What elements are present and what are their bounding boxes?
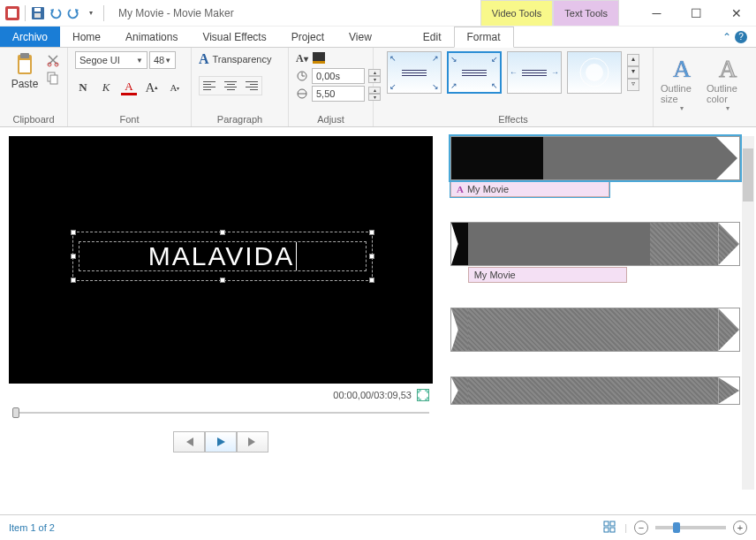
- undo-icon[interactable]: [49, 6, 63, 20]
- group-label-font: Font: [75, 112, 184, 125]
- effect-thumb-1[interactable]: ↖↙ ↗↘: [387, 51, 442, 94]
- group-adjust: A▾ 0,00s ▴▾ 5,50 ▴▾ Adjust: [289, 48, 374, 126]
- help-icon[interactable]: ?: [735, 31, 747, 43]
- effects-scroll-down[interactable]: ▾: [627, 66, 639, 79]
- caption-icon: A: [457, 184, 464, 194]
- svg-rect-12: [313, 52, 325, 61]
- start-time-icon: [296, 69, 308, 84]
- paste-button[interactable]: Paste: [7, 51, 42, 90]
- duration-spinner[interactable]: 5,50: [312, 86, 365, 102]
- scrollbar-thumb[interactable]: [743, 148, 753, 202]
- outline-size-button[interactable]: A Outline size▾: [661, 51, 703, 112]
- outline-color-button[interactable]: A Outline color▾: [707, 51, 749, 112]
- fullscreen-icon[interactable]: [417, 389, 429, 401]
- minimize-button[interactable]: ─: [637, 0, 677, 27]
- prev-frame-button[interactable]: [173, 431, 205, 453]
- tab-view[interactable]: View: [336, 27, 384, 47]
- effects-more[interactable]: ▿: [627, 79, 639, 91]
- font-family-combo[interactable]: Segoe UI▼: [75, 51, 147, 69]
- text-cursor: [296, 242, 297, 270]
- zoom-out-button[interactable]: −: [634, 521, 648, 535]
- group-label-clipboard: Clipboard: [7, 112, 60, 125]
- timeline-clip-3[interactable]: [450, 308, 740, 352]
- zoom-slider[interactable]: [655, 526, 726, 529]
- caption-text-2: My Movie: [474, 270, 516, 280]
- grow-font-button[interactable]: A▴: [144, 80, 160, 95]
- duration-icon: [296, 87, 308, 102]
- italic-button[interactable]: K: [98, 80, 114, 95]
- timeline-clip-1[interactable]: [450, 136, 740, 180]
- clip-block-4: [450, 376, 740, 405]
- background-color-icon[interactable]: [312, 51, 326, 66]
- play-button[interactable]: [205, 431, 237, 453]
- title-bar: ▾ My Movie - Movie Maker Video Tools Tex…: [0, 0, 756, 27]
- collapse-ribbon-icon[interactable]: ⌃: [722, 31, 731, 43]
- copy-icon[interactable]: [46, 71, 60, 85]
- context-tab-text[interactable]: Text Tools: [553, 0, 619, 26]
- transparency-button[interactable]: A Transparency: [199, 51, 271, 67]
- tab-format[interactable]: Format: [454, 27, 514, 48]
- text-box-inner[interactable]: MALAVIDA: [79, 241, 367, 271]
- timecode: 00:00,00/03:09,53: [333, 390, 412, 400]
- cut-icon[interactable]: [46, 53, 60, 67]
- group-label-outline: [661, 112, 749, 125]
- group-effects: ↖↙ ↗↘ ↘↗ ↙↖ ←→ ▴ ▾ ▿: [374, 48, 654, 126]
- seek-thumb[interactable]: [12, 407, 19, 418]
- tab-home[interactable]: Home: [60, 27, 113, 47]
- ribbon-tabs: Archivo Home Animations Visual Effects P…: [0, 27, 756, 48]
- svg-point-16: [586, 64, 603, 81]
- close-button[interactable]: ✕: [716, 0, 756, 27]
- transparency-label: Transparency: [213, 54, 272, 65]
- shrink-font-button[interactable]: A▾: [167, 80, 183, 95]
- effect-thumb-4[interactable]: [567, 51, 622, 94]
- save-icon[interactable]: [31, 6, 45, 20]
- ribbon: Paste Clipboard Segoe UI▼ 48▼ N K A A▴ A…: [0, 48, 756, 127]
- redo-icon[interactable]: [66, 6, 80, 20]
- caption-bar-2[interactable]: My Movie: [468, 267, 627, 283]
- caption-bar-1[interactable]: A My Movie: [450, 181, 609, 197]
- group-clipboard: Paste Clipboard: [0, 48, 68, 126]
- tab-visual-effects[interactable]: Visual Effects: [190, 27, 278, 47]
- qat-dropdown-icon[interactable]: ▾: [84, 6, 98, 20]
- context-tab-video[interactable]: Video Tools: [480, 0, 553, 26]
- edit-text-icon[interactable]: A▾: [296, 52, 308, 65]
- ribbon-help: ⌃ ?: [722, 27, 756, 47]
- timeline-clip-2[interactable]: [450, 222, 740, 266]
- align-center-button[interactable]: [221, 77, 240, 95]
- tab-edit[interactable]: Edit: [411, 27, 454, 47]
- video-preview[interactable]: MALAVIDA: [9, 136, 433, 384]
- bold-button[interactable]: N: [75, 80, 91, 95]
- status-item-count: Item 1 of 2: [9, 522, 55, 533]
- zoom-thumb[interactable]: [673, 522, 680, 533]
- tab-animations[interactable]: Animations: [113, 27, 190, 47]
- tab-file[interactable]: Archivo: [0, 27, 60, 47]
- tab-project[interactable]: Project: [279, 27, 336, 47]
- content-area: MALAVIDA 00:00,00/03:09,53: [0, 127, 756, 514]
- timeline-scrollbar[interactable]: [742, 136, 754, 490]
- start-time-spinner[interactable]: 0,00s: [312, 68, 365, 84]
- seek-slider[interactable]: [12, 410, 429, 415]
- effect-thumb-3[interactable]: ←→: [507, 51, 562, 94]
- font-size-combo[interactable]: 48▼: [149, 51, 176, 69]
- svg-rect-4: [34, 13, 41, 18]
- svg-rect-13: [313, 61, 325, 64]
- align-left-button[interactable]: [200, 77, 219, 95]
- title-text-content[interactable]: MALAVIDA: [148, 241, 295, 271]
- app-icon: [5, 6, 19, 20]
- group-outline: A Outline size▾ A Outline color▾: [654, 48, 756, 126]
- group-font: Segoe UI▼ 48▼ N K A A▴ A▾ Font: [68, 48, 192, 126]
- timeline-clip-4[interactable]: [450, 376, 740, 405]
- svg-rect-1: [8, 9, 17, 18]
- align-right-button[interactable]: [242, 77, 261, 95]
- playback-controls: [9, 431, 433, 453]
- window-title: My Movie - Movie Maker: [111, 7, 234, 19]
- effect-thumb-2[interactable]: ↘↗ ↙↖: [447, 51, 502, 94]
- effects-scroll-up[interactable]: ▴: [627, 54, 639, 66]
- status-bar: Item 1 of 2 | − +: [0, 514, 756, 539]
- zoom-in-button[interactable]: +: [733, 521, 747, 535]
- view-thumbnails-icon[interactable]: [603, 521, 617, 535]
- font-color-button[interactable]: A: [121, 80, 137, 95]
- text-box-outer[interactable]: MALAVIDA: [72, 232, 373, 281]
- maximize-button[interactable]: ☐: [677, 0, 716, 27]
- next-frame-button[interactable]: [237, 431, 268, 453]
